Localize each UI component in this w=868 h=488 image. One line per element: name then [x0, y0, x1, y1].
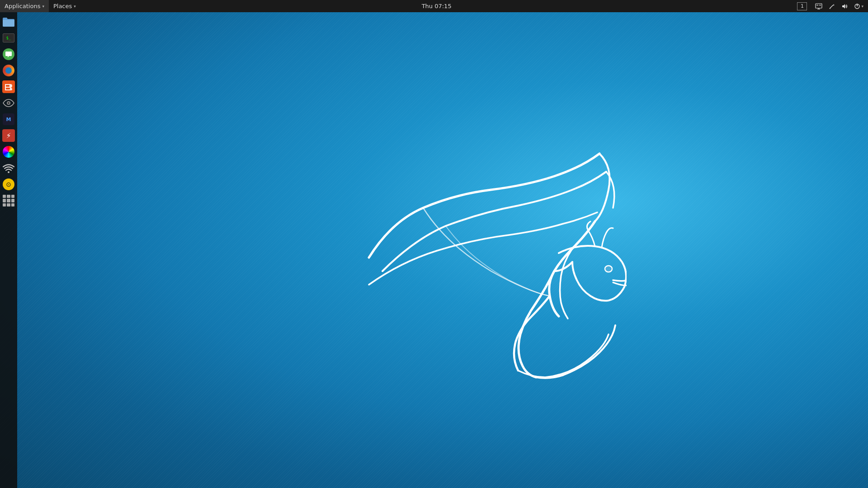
sidebar-dock: $_ M ⚡	[0, 12, 17, 488]
places-label: Places	[53, 3, 72, 9]
applications-arrow-icon: ▾	[42, 4, 44, 9]
svg-point-16	[8, 102, 9, 104]
sidebar-item-files[interactable]	[1, 14, 16, 29]
volume-icon	[841, 3, 848, 9]
display-icon	[815, 3, 822, 10]
svg-rect-13	[6, 85, 9, 87]
chat-bubble-icon	[5, 51, 12, 58]
pen-icon	[829, 3, 835, 9]
svg-rect-4	[819, 5, 821, 6]
sidebar-item-scanner[interactable]: ⚡	[1, 128, 16, 143]
chat-icon	[3, 48, 14, 60]
colorwheel-icon	[3, 146, 14, 158]
sidebar-item-appgrid[interactable]	[1, 193, 16, 208]
metasploit-icon: M	[3, 113, 14, 125]
top-panel: Applications ▾ Places ▾ Thu 07:15 1	[0, 0, 868, 12]
power-button[interactable]: ▾	[851, 0, 866, 12]
workspace-number: 1	[801, 3, 804, 9]
applications-menu[interactable]: Applications ▾	[0, 0, 49, 12]
datetime-display: Thu 07:15	[422, 3, 452, 9]
workspace-indicator: 1	[797, 2, 807, 10]
sidebar-item-terminal[interactable]: $_	[1, 31, 16, 45]
volume-button[interactable]	[839, 0, 850, 12]
svg-rect-14	[6, 88, 10, 89]
display-settings-button[interactable]	[812, 0, 825, 12]
burpsuite-icon	[2, 80, 15, 93]
power-icon	[854, 3, 860, 9]
desktop	[0, 12, 868, 488]
svg-point-19	[8, 171, 9, 173]
sidebar-item-burpsuite[interactable]	[1, 80, 16, 94]
power-arrow-icon: ▾	[861, 4, 863, 9]
panel-left: Applications ▾ Places ▾	[0, 0, 80, 12]
wifi-icon	[3, 163, 14, 173]
sidebar-item-firefox[interactable]	[1, 63, 16, 78]
terminal-icon: $_	[3, 33, 14, 42]
svg-line-5	[830, 5, 833, 9]
kali-dragon-logo	[355, 131, 627, 380]
sidebar-item-wifi[interactable]	[1, 161, 16, 175]
svg-point-11	[605, 266, 612, 272]
svg-rect-3	[816, 5, 818, 6]
sidebar-item-chat[interactable]	[1, 47, 16, 61]
sidebar-item-colorwheel[interactable]	[1, 145, 16, 159]
places-menu[interactable]: Places ▾	[49, 0, 80, 12]
antenna-icon: ⊙	[3, 178, 14, 190]
pen-tool-button[interactable]	[826, 0, 838, 12]
eye-icon	[3, 99, 14, 107]
svg-marker-6	[833, 4, 834, 6]
applications-label: Applications	[5, 3, 40, 9]
scanner-icon: ⚡	[2, 129, 15, 142]
sidebar-item-metasploit[interactable]: M	[1, 112, 16, 127]
places-arrow-icon: ▾	[74, 4, 76, 9]
svg-text:⚡: ⚡	[6, 131, 11, 140]
appgrid-icon	[3, 195, 14, 206]
sidebar-item-antenna[interactable]: ⊙	[1, 177, 16, 192]
sidebar-item-eye[interactable]	[1, 96, 16, 110]
svg-marker-8	[842, 4, 845, 9]
firefox-icon	[3, 65, 14, 76]
panel-center: Thu 07:15	[80, 3, 793, 9]
folder-icon	[2, 16, 15, 27]
workspace-switcher[interactable]: 1	[793, 0, 811, 12]
panel-right: 1	[793, 0, 868, 12]
